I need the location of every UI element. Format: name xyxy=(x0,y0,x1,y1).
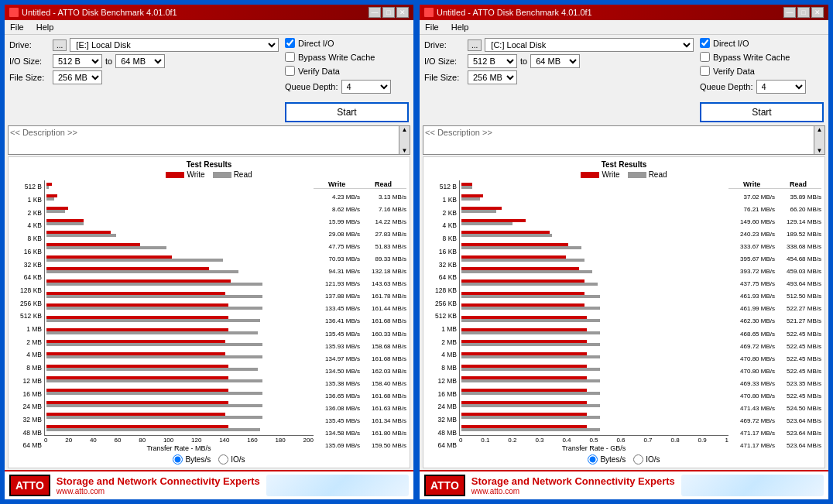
io-size-label-2: I/O Size: xyxy=(424,57,464,66)
bar-read xyxy=(461,368,600,371)
maximize-btn-2[interactable]: □ xyxy=(797,7,810,18)
chart-main-1: 512 B1 KB2 KB4 KB8 KB16 KB32 KB64 KB128 … xyxy=(12,180,406,452)
verify-data-check-2[interactable] xyxy=(700,66,710,76)
read-value: 3.13 MB/s xyxy=(360,194,406,201)
y-label: 4 KB xyxy=(427,221,457,229)
radio-bytes-2[interactable]: Bytes/s xyxy=(588,454,626,465)
y-label: 4 KB xyxy=(12,221,42,229)
menu-file-1[interactable]: File xyxy=(8,22,26,33)
bar-read xyxy=(46,416,262,419)
verify-data-check-1[interactable] xyxy=(285,66,295,76)
bar-pair xyxy=(46,425,314,433)
bypass-cache-check-2[interactable] xyxy=(700,52,710,62)
table-row: 133.45 MB/s161.44 MB/s xyxy=(314,305,406,312)
direct-io-check-1[interactable] xyxy=(285,38,295,48)
drive-row-2: Drive: ... [C:] Local Disk xyxy=(424,38,694,52)
menu-file-2[interactable]: File xyxy=(423,22,441,33)
bar-pair xyxy=(461,376,728,384)
start-btn-1[interactable]: Start xyxy=(285,102,409,122)
minimize-btn-2[interactable]: — xyxy=(783,7,796,18)
write-value: 462.30 MB/s xyxy=(728,317,775,324)
read-value: 7.16 MB/s xyxy=(360,206,406,213)
bar-read xyxy=(461,404,600,407)
desc-scrollbar-2[interactable]: ▲ ▼ xyxy=(814,126,824,154)
write-value: 70.93 MB/s xyxy=(314,255,360,262)
read-value: 512.50 MB/s xyxy=(775,293,821,300)
bar-read xyxy=(46,246,166,249)
legend-write-label-1: Write xyxy=(187,170,204,179)
bar-pair xyxy=(461,352,728,360)
menu-help-2[interactable]: Help xyxy=(449,22,471,33)
io-to-select-2[interactable]: 64 MB xyxy=(530,54,580,68)
drive-label-2: Drive: xyxy=(424,40,464,50)
write-value: 240.23 MB/s xyxy=(728,231,775,238)
io-from-select-2[interactable]: 512 B xyxy=(468,54,517,68)
description-box-1[interactable]: << Description >> ▲ ▼ xyxy=(8,125,410,155)
table-row: 136.41 MB/s161.68 MB/s xyxy=(314,317,406,324)
bypass-cache-row-2: Bypass Write Cache xyxy=(700,52,824,62)
title-controls-1: — □ ✕ xyxy=(369,7,409,18)
read-value: 159.50 MB/s xyxy=(360,442,406,449)
drive-select-2[interactable]: [C:] Local Disk xyxy=(485,38,694,52)
description-box-2[interactable]: << Description >> ▲ ▼ xyxy=(423,125,825,155)
write-value: 333.67 MB/s xyxy=(728,243,775,250)
bar-pair xyxy=(46,267,314,275)
chart-y-labels-1: 512 B1 KB2 KB4 KB8 KB16 KB32 KB64 KB128 … xyxy=(12,180,44,452)
legend-read-2: Read xyxy=(628,170,667,179)
read-value: 161.78 MB/s xyxy=(360,293,406,300)
y-label: 512 KB xyxy=(427,312,457,320)
chart-bars-1 xyxy=(44,180,314,436)
queue-row-1: Queue Depth: 4 xyxy=(285,80,409,94)
bar-read xyxy=(461,222,512,225)
write-value: 470.80 MB/s xyxy=(728,355,775,362)
bar-pair xyxy=(461,231,728,238)
atto-logo-1: ATTO xyxy=(9,475,50,496)
bar-read xyxy=(461,331,600,334)
write-value: 136.41 MB/s xyxy=(314,317,360,324)
write-value: 468.65 MB/s xyxy=(728,331,775,338)
file-size-row-1: File Size: 256 MB xyxy=(9,70,279,84)
close-btn-1[interactable]: ✕ xyxy=(396,7,409,18)
table-row: 135.38 MB/s158.40 MB/s xyxy=(314,380,406,387)
write-value: 470.80 MB/s xyxy=(728,368,775,375)
table-row: 134.58 MB/s161.80 MB/s xyxy=(314,430,406,437)
bypass-cache-check-1[interactable] xyxy=(285,52,295,62)
file-size-select-1[interactable]: 256 MB xyxy=(53,70,102,84)
io-from-select-1[interactable]: 512 B xyxy=(53,54,102,68)
direct-io-check-2[interactable] xyxy=(700,38,710,48)
queue-select-1[interactable]: 4 xyxy=(341,80,391,94)
drive-select-1[interactable]: [E:] Local Disk xyxy=(70,38,279,52)
form-area-1: Drive: ... [E:] Local Disk I/O Size: 512… xyxy=(5,35,413,125)
radio-ios-1[interactable]: IO/s xyxy=(218,454,245,465)
drive-browse-btn-2[interactable]: ... xyxy=(468,39,482,51)
bar-pair xyxy=(461,255,728,263)
y-label: 8 KB xyxy=(12,235,42,242)
x-axis-title-1: Transfer Rate - MB/s xyxy=(44,444,314,452)
write-value: 15.99 MB/s xyxy=(314,218,360,225)
minimize-btn-1[interactable]: — xyxy=(369,7,381,18)
bar-pair xyxy=(461,328,728,336)
io-to-select-1[interactable]: 64 MB xyxy=(115,54,165,68)
start-btn-2[interactable]: Start xyxy=(700,102,824,122)
bar-pair xyxy=(46,340,314,348)
app-icon-2 xyxy=(424,8,434,17)
file-size-select-2[interactable]: 256 MB xyxy=(468,70,517,84)
write-value: 135.45 MB/s xyxy=(314,417,360,424)
form-area-2: Drive: ... [C:] Local Disk I/O Size: 512… xyxy=(420,35,828,125)
direct-io-row-1: Direct I/O xyxy=(285,38,409,48)
form-right-1: Direct I/O Bypass Write Cache Verify Dat… xyxy=(285,38,409,122)
drive-browse-btn-1[interactable]: ... xyxy=(53,39,67,51)
x-label: 0.6 xyxy=(616,437,625,444)
radio-ios-2[interactable]: IO/s xyxy=(633,454,660,465)
desc-scrollbar-1[interactable]: ▲ ▼ xyxy=(399,126,410,154)
bar-pair xyxy=(46,279,314,287)
menu-help-1[interactable]: Help xyxy=(34,22,57,33)
radio-bytes-1[interactable]: Bytes/s xyxy=(173,454,211,465)
write-value: 461.99 MB/s xyxy=(728,305,775,312)
y-label: 4 MB xyxy=(12,351,42,358)
write-value: 135.45 MB/s xyxy=(314,331,360,338)
queue-select-2[interactable]: 4 xyxy=(756,80,806,94)
close-btn-2[interactable]: ✕ xyxy=(811,7,824,18)
y-label: 16 KB xyxy=(427,248,457,255)
maximize-btn-1[interactable]: □ xyxy=(382,7,395,18)
